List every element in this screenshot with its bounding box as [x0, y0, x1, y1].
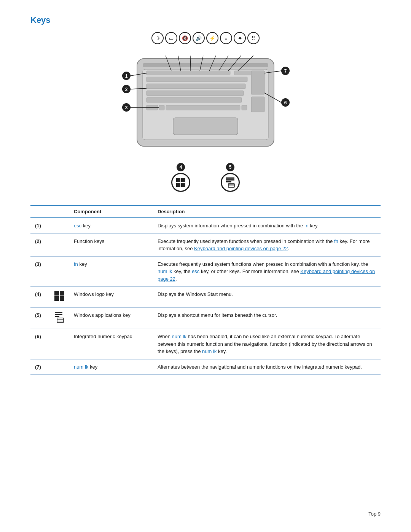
- esc-ref: esc: [192, 268, 199, 274]
- svg-text:6: 6: [284, 100, 287, 105]
- svg-text:2: 2: [125, 87, 128, 92]
- svg-text:3: 3: [125, 105, 128, 110]
- col-header-num: [30, 205, 49, 218]
- svg-rect-56: [57, 318, 64, 323]
- table-row: (1) esc key Displays system information …: [30, 218, 381, 233]
- table-row: (3) fn key Executes frequently used syst…: [30, 256, 381, 287]
- row-icon: [49, 307, 69, 329]
- table-row: (6) Integrated numeric keypad When num l…: [30, 329, 381, 359]
- svg-rect-41: [176, 183, 180, 187]
- table-row: (4) Windows logo key Displays the Window…: [30, 287, 381, 308]
- page-title: Keys: [30, 15, 381, 25]
- table-row: (2) Function keys Execute frequently use…: [30, 233, 381, 256]
- battery-icon: ⚡: [206, 32, 218, 44]
- row-num: (7): [30, 359, 49, 375]
- svg-rect-53: [55, 312, 62, 313]
- svg-rect-44: [226, 179, 234, 181]
- row-description: When num lk has been enabled, it can be …: [153, 329, 381, 359]
- svg-text:7: 7: [284, 69, 287, 74]
- page-footer: Top 9: [368, 511, 381, 517]
- svg-rect-11: [166, 105, 240, 110]
- svg-rect-49: [54, 291, 59, 296]
- row-component: esc key: [69, 218, 153, 233]
- badge4-group: 4: [171, 163, 190, 192]
- row-component: Integrated numeric keypad: [69, 329, 153, 359]
- badge-5: 5: [226, 163, 234, 171]
- bright-down-icon: ☼: [220, 32, 232, 44]
- row-icon: [49, 329, 69, 359]
- svg-rect-52: [60, 296, 64, 301]
- row-num: (4): [30, 287, 49, 308]
- svg-rect-14: [251, 97, 264, 112]
- link-keyboard-pointing-1[interactable]: Keyboard and pointing devices on page 22: [194, 246, 288, 251]
- vol-up-icon: 🔊: [193, 32, 205, 44]
- row-component: Windows logo key: [69, 287, 153, 308]
- display-icon: ▭: [165, 32, 177, 44]
- fn-ref: fn: [334, 238, 338, 244]
- vol-mute-icon: 🔇: [179, 32, 191, 44]
- svg-rect-42: [181, 183, 185, 187]
- badge-4: 4: [177, 163, 185, 171]
- app-key-small-icon: [54, 312, 64, 323]
- bright-up-icon: ✦: [234, 32, 246, 44]
- moon-icon: ☽: [151, 32, 164, 44]
- svg-rect-15: [173, 118, 238, 135]
- row-component: Windows applications key: [69, 307, 153, 329]
- row-num: (6): [30, 329, 49, 359]
- svg-text:1: 1: [125, 73, 128, 79]
- svg-rect-12: [242, 105, 247, 110]
- row-description: Displays system information when pressed…: [153, 218, 381, 233]
- windows-flag-icon: [176, 177, 186, 187]
- svg-rect-5: [147, 77, 247, 82]
- row-component: num lk key: [69, 359, 153, 375]
- svg-rect-43: [226, 177, 234, 179]
- svg-rect-8: [147, 97, 242, 102]
- row-icon: [49, 256, 69, 287]
- svg-rect-50: [60, 291, 64, 296]
- component-name-blue: fn: [74, 261, 78, 267]
- diagram-wrapper: ☽ ▭ 🔇 🔊 ⚡ ☼ ✦ ⠿: [91, 32, 320, 196]
- svg-rect-13: [251, 71, 264, 94]
- row-icon: [49, 218, 69, 233]
- windows-logo-circle: [171, 173, 190, 192]
- row-description: Displays the Windows Start menu.: [153, 287, 381, 308]
- svg-rect-7: [147, 91, 244, 96]
- link-keyboard-pointing-2[interactable]: Keyboard and pointing devices on page 22: [158, 268, 375, 282]
- keyboard-diagram: ☽ ▭ 🔇 🔊 ⚡ ☼ ✦ ⠿: [30, 32, 381, 196]
- svg-rect-10: [159, 105, 164, 110]
- row-description: Displays a shortcut menu for items benea…: [153, 307, 381, 329]
- svg-rect-3: [147, 71, 230, 75]
- svg-rect-45: [226, 181, 231, 182]
- table-row: (5) Windows applications key Displays a …: [30, 307, 381, 329]
- component-table: Component Description (1) esc key Displa…: [30, 205, 381, 375]
- svg-rect-55: [55, 316, 59, 317]
- table-row: (7) num lk key Alternates between the na…: [30, 359, 381, 375]
- app-key-icon: [225, 177, 235, 188]
- svg-rect-54: [55, 314, 62, 315]
- row-description: Executes frequently used system function…: [153, 256, 381, 287]
- component-name-blue: num lk: [74, 364, 88, 370]
- row-icon: [49, 359, 69, 375]
- bottom-badges: 4 5: [171, 163, 240, 192]
- row-component: Function keys: [69, 233, 153, 256]
- row-component: fn key: [69, 256, 153, 287]
- svg-rect-40: [181, 178, 185, 182]
- row-description: Alternates between the navigational and …: [153, 359, 381, 375]
- fn-ref: fn: [304, 223, 309, 228]
- svg-rect-51: [54, 296, 59, 301]
- badge5-group: 5: [221, 163, 240, 192]
- component-name-blue: esc: [74, 223, 81, 228]
- apps-icon: ⠿: [247, 32, 260, 44]
- row-num: (1): [30, 218, 49, 233]
- svg-rect-46: [228, 184, 234, 187]
- svg-rect-39: [176, 178, 180, 182]
- windows-logo-small-icon: [54, 291, 65, 301]
- function-icon-row: ☽ ▭ 🔇 🔊 ⚡ ☼ ✦ ⠿: [151, 32, 260, 44]
- svg-rect-1: [143, 63, 268, 67]
- row-description: Execute frequently used system functions…: [153, 233, 381, 256]
- numlk-ref: num lk: [158, 268, 172, 274]
- svg-rect-6: [147, 84, 245, 89]
- row-num: (3): [30, 256, 49, 287]
- footer-text: Top 9: [368, 511, 381, 517]
- row-icon: [49, 287, 69, 308]
